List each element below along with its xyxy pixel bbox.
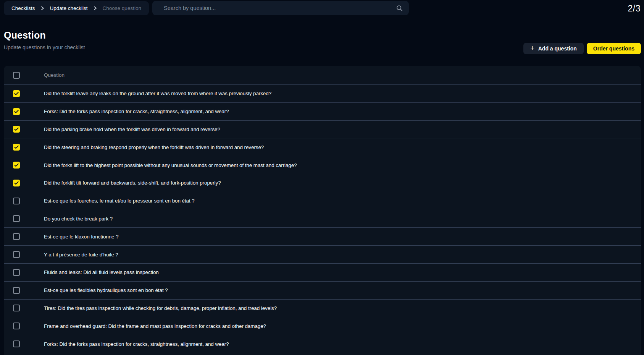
question-text: Did the forklift leave any leaks on the …	[44, 91, 271, 96]
question-text: Est-ce que les flexibles hydrauliques so…	[44, 287, 168, 293]
question-text: Forks: Did the forks pass inspection for…	[44, 341, 229, 347]
breadcrumb-item-update-checklist[interactable]: Update checklist	[50, 5, 88, 11]
chevron-right-icon	[94, 6, 97, 10]
row-checkbox-unchecked[interactable]	[13, 251, 20, 258]
header-actions: + Add a question Order questions	[523, 43, 641, 54]
table-row: Did the forklift tilt forward and backwa…	[4, 174, 641, 192]
question-table-body: Did the forklift leave any leaks on the …	[4, 85, 641, 353]
row-checkbox-unchecked[interactable]	[13, 269, 20, 276]
question-text: Est-ce que le klaxon fonctionne ?	[44, 234, 119, 240]
row-checkbox-unchecked[interactable]	[13, 323, 20, 329]
page-title: Question	[4, 30, 85, 41]
question-text: Tires: Did the tires pass inspection whi…	[44, 305, 277, 311]
table-row: Fluids and leaks: Did all fluid levels p…	[4, 264, 641, 282]
select-all-checkbox[interactable]	[13, 72, 20, 79]
table-row: Forks: Did the forks pass inspection for…	[4, 103, 641, 121]
question-table: Question Did the forklift leave any leak…	[4, 66, 641, 355]
table-row: Did the forklift leave any leaks on the …	[4, 85, 641, 103]
table-row: Did the steering and braking respond pro…	[4, 138, 641, 156]
breadcrumb-item-choose-question: Choose question	[103, 5, 141, 11]
row-checkbox-unchecked[interactable]	[13, 287, 20, 294]
row-checkbox-checked[interactable]	[13, 144, 20, 151]
question-text: Did the forks lift to the highest point …	[44, 162, 297, 168]
question-text: Did the parking brake hold when the fork…	[44, 126, 220, 132]
table-row: Est-ce que le klaxon fonctionne ?	[4, 228, 641, 246]
table-row: Did the parking brake hold when the fork…	[4, 121, 641, 139]
breadcrumb-item-checklists[interactable]: Checklists	[11, 5, 35, 11]
table-row: Did the forks lift to the highest point …	[4, 156, 641, 174]
question-text: Forks: Did the forks pass inspection for…	[44, 109, 229, 114]
table-row: Do you check the break park ?	[4, 210, 641, 228]
plus-icon: +	[530, 45, 534, 52]
table-row: Frame and overhead guard: Did the frame …	[4, 317, 641, 335]
table-header-row: Question	[4, 66, 641, 85]
breadcrumb: Checklists Update checklist Choose quest…	[4, 1, 149, 15]
row-checkbox-checked[interactable]	[13, 180, 20, 186]
question-text: Y a t il présence de fuite d'huile ?	[44, 252, 118, 258]
table-row: Est-ce que les fourches, le mat et/ou le…	[4, 192, 641, 210]
page-indicator: 2/3	[628, 3, 641, 14]
search-bar	[152, 1, 409, 15]
table-row: Y a t il présence de fuite d'huile ?	[4, 246, 641, 264]
add-question-label: Add a question	[538, 45, 577, 52]
row-checkbox-unchecked[interactable]	[13, 233, 20, 240]
table-row: Forks: Did the forks pass inspection for…	[4, 335, 641, 353]
row-checkbox-checked[interactable]	[13, 108, 20, 115]
search-input[interactable]	[152, 1, 396, 15]
page-subtitle: Update questions in your checklist	[4, 44, 85, 50]
question-text: Frame and overhead guard: Did the frame …	[44, 323, 266, 329]
row-checkbox-checked[interactable]	[13, 162, 20, 169]
search-icon[interactable]	[396, 5, 403, 11]
chevron-right-icon	[41, 6, 44, 10]
row-checkbox-unchecked[interactable]	[13, 340, 20, 347]
row-checkbox-checked[interactable]	[13, 90, 20, 97]
row-checkbox-unchecked[interactable]	[13, 305, 20, 311]
question-text: Est-ce que les fourches, le mat et/ou le…	[44, 198, 195, 204]
question-text: Do you check the break park ?	[44, 216, 113, 222]
row-checkbox-unchecked[interactable]	[13, 198, 20, 204]
question-text: Fluids and leaks: Did all fluid levels p…	[44, 269, 159, 275]
question-text: Did the steering and braking respond pro…	[44, 144, 264, 150]
row-checkbox-unchecked[interactable]	[13, 215, 20, 222]
order-questions-button[interactable]: Order questions	[587, 43, 641, 54]
question-text: Did the forklift tilt forward and backwa…	[44, 180, 221, 186]
table-row: Est-ce que les flexibles hydrauliques so…	[4, 282, 641, 300]
add-question-button[interactable]: + Add a question	[523, 43, 584, 54]
table-row: Tires: Did the tires pass inspection whi…	[4, 300, 641, 318]
question-column-header: Question	[44, 72, 65, 78]
row-checkbox-checked[interactable]	[13, 126, 20, 133]
